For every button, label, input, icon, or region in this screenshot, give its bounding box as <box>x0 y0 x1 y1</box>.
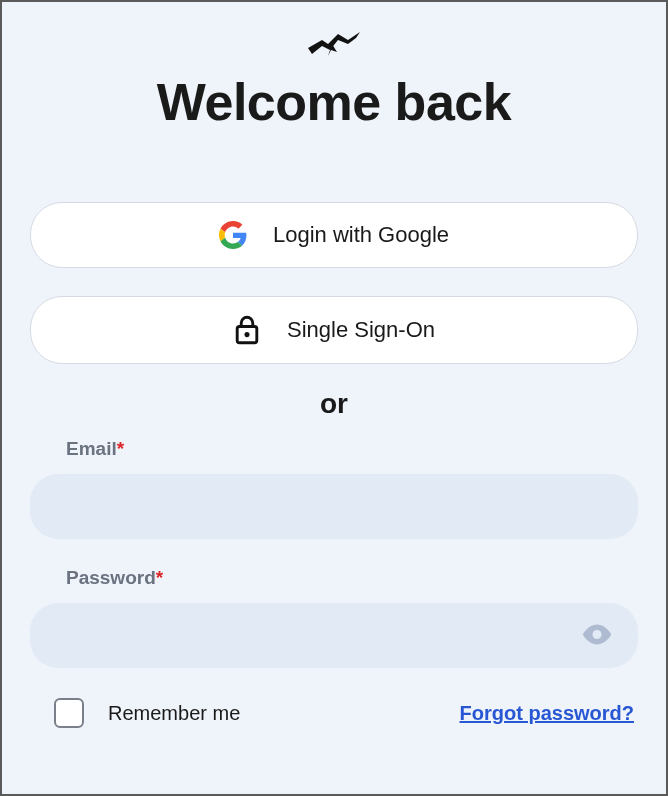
required-mark: * <box>156 567 163 588</box>
toggle-password-visibility-button[interactable] <box>576 613 618 658</box>
login-sso-button[interactable]: Single Sign-On <box>30 296 638 364</box>
remember-checkbox[interactable] <box>54 698 84 728</box>
svg-point-2 <box>592 629 601 638</box>
email-input[interactable] <box>30 474 638 539</box>
login-google-label: Login with Google <box>273 222 449 248</box>
lock-icon <box>233 315 261 345</box>
header: Welcome back <box>30 26 638 132</box>
password-group: Password* <box>30 567 638 668</box>
login-sso-label: Single Sign-On <box>287 317 435 343</box>
app-logo <box>304 26 364 64</box>
remember-label[interactable]: Remember me <box>108 702 240 725</box>
required-mark: * <box>117 438 124 459</box>
password-label: Password* <box>66 567 638 589</box>
divider-or: or <box>30 388 638 420</box>
footer-row: Remember me Forgot password? <box>30 698 638 728</box>
email-group: Email* <box>30 438 638 539</box>
remember-wrap: Remember me <box>54 698 240 728</box>
login-google-button[interactable]: Login with Google <box>30 202 638 268</box>
eye-icon <box>580 617 614 654</box>
google-icon <box>219 221 247 249</box>
svg-point-1 <box>244 332 249 337</box>
page-title: Welcome back <box>30 72 638 132</box>
forgot-password-link[interactable]: Forgot password? <box>460 702 634 725</box>
email-label: Email* <box>66 438 638 460</box>
password-input[interactable] <box>30 603 638 668</box>
